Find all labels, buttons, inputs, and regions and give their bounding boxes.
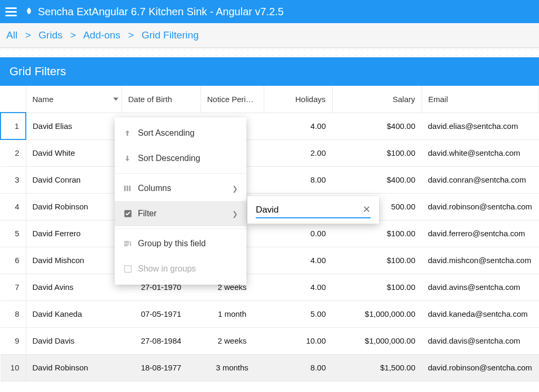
cell-email: david.kaneda@sentcha.com	[422, 300, 539, 327]
cell-email: david.avins@sentcha.com	[422, 274, 539, 300]
cell-salary: $1,500.00	[332, 354, 422, 381]
table-row[interactable]: 10David Robinson18-08-19773 months8.00$1…	[1, 354, 539, 381]
table-row[interactable]: 2David White2.00$100.00david.white@sentc…	[1, 139, 539, 166]
cell-rownum: 2	[1, 139, 26, 166]
cell-rownum: 7	[1, 274, 26, 300]
grid-header-row: Name Date of Birth Notice Peri… Holidays…	[1, 86, 539, 113]
cell-holidays: 8.00	[264, 354, 332, 381]
hamburger-menu-icon[interactable]	[5, 4, 20, 19]
col-header-name-label: Name	[33, 95, 54, 104]
cell-rownum: 4	[1, 193, 26, 220]
cell-holidays: 10.00	[264, 327, 332, 354]
cell-name: David Avins	[26, 274, 122, 300]
menu-item-sort-ascending[interactable]: Sort Ascending	[115, 120, 246, 146]
cell-salary: $400.00	[332, 166, 422, 193]
cell-salary: $100.00	[332, 139, 422, 166]
menu-item-label: Filter	[138, 209, 157, 218]
cell-rownum: 3	[1, 166, 26, 193]
menu-item-sort-descending[interactable]: Sort Descending	[115, 146, 246, 171]
breadcrumb-item-addons[interactable]: Add-ons	[83, 29, 121, 41]
table-row[interactable]: 1David Elias4.00$400.00david.elias@sentc…	[1, 113, 539, 139]
col-header-name[interactable]: Name	[26, 86, 122, 113]
table-row[interactable]: 7David Avins27-01-19702 weeks4.00$100.00…	[1, 274, 539, 300]
grid: Name Date of Birth Notice Peri… Holidays…	[0, 86, 539, 381]
menu-item-label: Group by this field	[138, 239, 206, 248]
cell-holidays: 2.00	[264, 139, 332, 166]
col-header-email-label: Email	[428, 95, 448, 104]
cell-name: David Robinson	[26, 354, 122, 381]
app-header: Sencha ExtAngular 6.7 Kitchen Sink - Ang…	[0, 0, 539, 23]
cell-name: David Davis	[26, 327, 122, 354]
arrow-up-icon	[123, 129, 138, 137]
cell-rownum: 9	[1, 327, 26, 354]
col-header-rownum[interactable]	[1, 86, 26, 113]
breadcrumb-item-grid-filtering[interactable]: Grid Filtering	[142, 29, 199, 41]
menu-item-columns[interactable]: Columns ❯	[115, 176, 246, 201]
panel-title: Grid Filters	[0, 57, 539, 86]
cell-email: david.mishcon@sentcha.com	[422, 247, 539, 274]
grid-table: Name Date of Birth Notice Peri… Holidays…	[0, 86, 539, 381]
col-header-dob-label: Date of Birth	[128, 95, 172, 104]
col-header-holidays[interactable]: Holidays	[264, 86, 332, 113]
cell-name: David Elias	[26, 113, 122, 139]
cell-salary: $100.00	[332, 274, 422, 300]
separator-strip	[0, 48, 539, 57]
menu-item-filter[interactable]: Filter ❯	[115, 201, 246, 226]
checkbox-checked-icon	[123, 209, 138, 218]
menu-divider	[115, 173, 246, 174]
table-row[interactable]: 3David Conran8.00$400.00david.conran@sen…	[1, 166, 539, 193]
checkbox-unchecked-icon	[123, 264, 138, 274]
cell-email: david.ferrero@sentcha.com	[422, 220, 539, 247]
cell-email: david.robinson@sentcha.com	[422, 193, 539, 220]
col-header-notice[interactable]: Notice Peri…	[201, 86, 264, 113]
cell-name: David Conran	[26, 166, 122, 193]
menu-item-label: Sort Descending	[138, 154, 200, 163]
cell-rownum: 10	[1, 354, 26, 381]
cell-email: david.white@sentcha.com	[422, 139, 539, 166]
cell-holidays: 4.00	[264, 113, 332, 139]
column-menu: Sort Ascending Sort Descending Columns ❯…	[115, 117, 246, 285]
cell-rownum: 5	[1, 220, 26, 247]
cell-holidays: 4.00	[264, 247, 332, 274]
filter-input[interactable]	[256, 203, 371, 217]
menu-item-label: Show in groups	[138, 264, 196, 274]
menu-item-show-in-groups: Show in groups	[115, 256, 246, 282]
column-menu-trigger-icon[interactable]	[113, 95, 118, 104]
cell-holidays: 5.00	[264, 300, 332, 327]
cell-name: David Robinson	[26, 193, 122, 220]
cell-email: david.robinson@sentcha.com	[422, 354, 539, 381]
menu-item-label: Sort Ascending	[138, 128, 195, 138]
clear-icon[interactable]: ✕	[363, 204, 371, 215]
cell-holidays: 0.00	[264, 220, 332, 247]
table-row[interactable]: 8David Kaneda07-05-19711 month5.00$1,000…	[1, 300, 539, 327]
col-header-salary-label: Salary	[393, 95, 415, 104]
cell-dob: 07-05-1971	[122, 300, 201, 327]
cell-salary: $1,000,000.00	[332, 327, 422, 354]
menu-item-group-by[interactable]: Group by this field	[115, 231, 246, 256]
table-row[interactable]: 5David Ferrero0.00$100.00david.ferrero@s…	[1, 220, 539, 247]
filter-input-wrap: ✕	[256, 203, 371, 218]
cell-name: David White	[26, 139, 122, 166]
cell-rownum: 1	[1, 113, 26, 139]
group-icon	[123, 239, 138, 248]
cell-dob: 27-08-1984	[122, 327, 201, 354]
breadcrumb-item-grids[interactable]: Grids	[38, 29, 62, 41]
table-row[interactable]: 9David Davis27-08-19842 weeks10.00$1,000…	[1, 327, 539, 354]
col-header-salary[interactable]: Salary	[332, 86, 422, 113]
cell-email: david.davis@sentcha.com	[422, 327, 539, 354]
cell-email: david.elias@sentcha.com	[422, 113, 539, 139]
cell-dob: 18-08-1977	[122, 354, 201, 381]
chevron-right-icon: ❯	[232, 210, 238, 218]
col-header-email[interactable]: Email	[422, 86, 539, 113]
table-row[interactable]: 6David Mishcon4.00$100.00david.mishcon@s…	[1, 247, 539, 274]
cell-holidays: 8.00	[264, 166, 332, 193]
col-header-notice-label: Notice Peri…	[207, 95, 254, 104]
filter-popup: ✕	[247, 196, 379, 224]
breadcrumb-item-all[interactable]: All	[6, 29, 17, 41]
cell-salary: $400.00	[332, 113, 422, 139]
chevron-right-icon: ❯	[232, 185, 238, 193]
menu-divider	[115, 228, 246, 229]
menu-item-label: Columns	[138, 184, 171, 193]
cell-name: David Ferrero	[26, 220, 122, 247]
col-header-dob[interactable]: Date of Birth	[122, 86, 201, 113]
